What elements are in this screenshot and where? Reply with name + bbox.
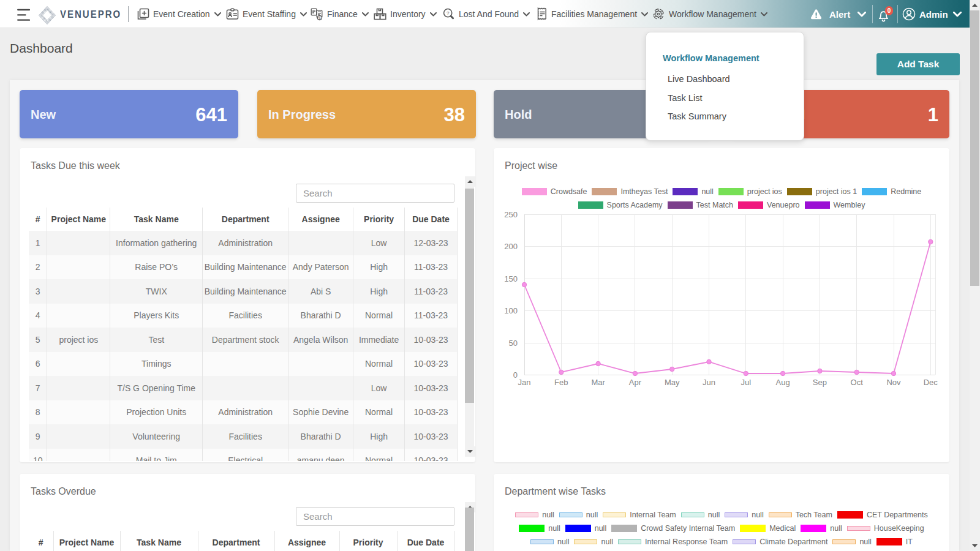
svg-text:100: 100: [504, 306, 518, 315]
svg-text:Jul: Jul: [741, 378, 751, 387]
svg-text:Feb: Feb: [554, 378, 568, 387]
svg-text:150: 150: [504, 274, 518, 283]
svg-text:May: May: [665, 378, 680, 387]
svg-text:Sep: Sep: [813, 378, 827, 387]
svg-text:Aug: Aug: [776, 378, 790, 387]
svg-text:Dec: Dec: [924, 378, 938, 387]
svg-text:200: 200: [504, 242, 518, 251]
svg-text:0: 0: [513, 370, 518, 380]
svg-text:50: 50: [509, 339, 518, 348]
svg-text:$: $: [318, 15, 321, 20]
svg-text:Mar: Mar: [591, 378, 605, 387]
svg-text:Jan: Jan: [518, 378, 531, 387]
svg-text:250: 250: [504, 210, 518, 219]
svg-text:?: ?: [447, 10, 450, 16]
svg-text:Oct: Oct: [851, 378, 864, 387]
svg-text:Nov: Nov: [886, 378, 901, 387]
svg-text:Apr: Apr: [629, 378, 642, 387]
svg-text:Jun: Jun: [703, 378, 715, 387]
